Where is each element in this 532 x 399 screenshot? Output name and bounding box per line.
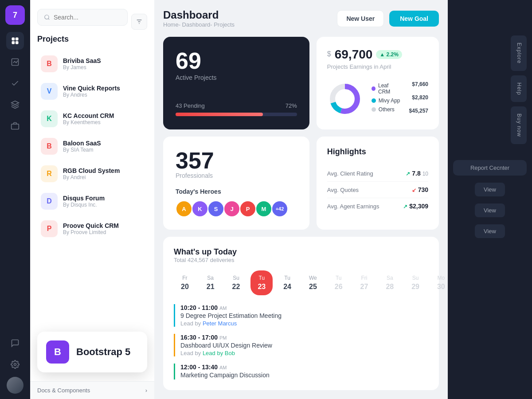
day-num: 30 <box>437 283 445 291</box>
event-lead-link[interactable]: Lead by Bob <box>203 350 235 356</box>
avatar-circle: A <box>176 200 192 217</box>
legend-items: Leaf CRMMivy AppOthers <box>372 82 400 113</box>
help-tab[interactable]: Help <box>511 75 527 102</box>
bootstrap-popup: B Bootstrap 5 <box>37 332 147 372</box>
professionals-label: Professionals <box>176 172 297 179</box>
sidebar-narrow: 7 <box>0 0 30 399</box>
calendar-subtitle: Total 424,567 deliveries <box>174 257 428 263</box>
new-user-button[interactable]: New User <box>337 10 384 27</box>
search-icon <box>44 14 50 21</box>
page-title: Dashboard <box>163 9 235 21</box>
avatar-circle: K <box>192 200 208 217</box>
project-item[interactable]: K KC Account CRM By Keenthemes <box>37 106 147 132</box>
legend-values: $7,660$2,820$45,257 <box>409 79 428 119</box>
search-input[interactable] <box>54 14 121 21</box>
calendar-day[interactable]: Mo 30 <box>430 270 448 295</box>
buynow-tab[interactable]: Buy now <box>511 106 527 144</box>
calendar-day[interactable]: Su 22 <box>225 270 247 295</box>
project-logo: B <box>41 138 58 155</box>
project-item[interactable]: D Disqus Forum By Disqus Inc. <box>37 188 147 214</box>
event-lead: Lead by Peter Marcus <box>180 320 428 327</box>
user-avatar[interactable] <box>7 377 23 394</box>
event-title: Dashboard UI/UX Design Review <box>180 342 428 349</box>
highlight-rows: Avg. Client Rating ↗ 7.8 10 Avg. Quotes … <box>327 165 428 214</box>
sidebar-icon-message[interactable] <box>6 334 24 352</box>
sidebar-icon-briefcase[interactable] <box>6 117 24 135</box>
sidebar-icon-layers[interactable] <box>6 96 24 113</box>
calendar-day[interactable]: Fri 27 <box>353 270 376 295</box>
report-center-button[interactable]: Report Cecnter <box>453 160 527 176</box>
event-list: 10:20 - 11:00 AM 9 Degree Project Estima… <box>174 304 428 379</box>
day-name: Tu <box>284 275 290 281</box>
progress-bar-fill <box>176 113 263 116</box>
active-projects-card: 69 Active Projects 43 Pending 72% <box>163 37 309 129</box>
day-num: 28 <box>386 283 394 291</box>
project-logo: D <box>41 193 58 210</box>
legend-item: Others <box>372 106 400 113</box>
calendar-day[interactable]: Fr 20 <box>174 270 196 295</box>
sidebar-icon-settings[interactable] <box>6 356 24 373</box>
day-name: Su <box>412 275 419 281</box>
view-button-1[interactable]: View <box>475 183 505 196</box>
calendar-day[interactable]: Sa 28 <box>379 270 401 295</box>
filter-button[interactable] <box>131 14 147 30</box>
new-goal-button[interactable]: New Goal <box>389 11 439 27</box>
project-author: By SIA Team <box>63 147 101 153</box>
highlight-label: Avg. Client Rating <box>327 170 373 177</box>
project-item[interactable]: R RGB Cloud System By Andrei <box>37 161 147 187</box>
sidebar-icon-chart[interactable] <box>6 53 24 71</box>
project-item[interactable]: B Baloon SaaS By SIA Team <box>37 133 147 159</box>
event-time: 16:30 - 17:00 PM <box>180 334 428 341</box>
calendar-day[interactable]: Tu 26 <box>328 270 350 295</box>
day-num: 24 <box>283 283 291 291</box>
avatar-circle: M <box>255 200 272 217</box>
calendar-day[interactable]: Sa 21 <box>200 270 222 295</box>
day-name: Su <box>233 275 239 281</box>
day-name: Tu <box>259 275 265 281</box>
more-badge: +42 <box>271 200 288 217</box>
search-bar[interactable] <box>37 9 128 26</box>
project-item[interactable]: B Briviba SaaS By James <box>37 51 147 77</box>
sidebar-icon-grid[interactable] <box>6 32 24 50</box>
calendar-day[interactable]: Su 29 <box>404 270 426 295</box>
calendar-day[interactable]: Tu 23 <box>250 270 273 295</box>
sidebar-icon-check[interactable] <box>6 74 24 92</box>
highlight-row: Avg. Quotes ↙ 730 <box>327 182 428 198</box>
earnings-subtitle: Projects Earnings in April <box>327 63 428 70</box>
day-name: Sa <box>207 275 214 281</box>
earnings-card: $ 69,700 ▲ 2.2% Projects Earnings in Apr… <box>317 37 439 129</box>
day-name: Mo <box>438 275 445 281</box>
legend-item: Mivy App <box>372 98 400 104</box>
day-num: 25 <box>309 283 317 291</box>
calendar-days: Fr 20 Sa 21 Su 22 Tu 23 Tu 24 We 25 Tu 2… <box>174 270 428 295</box>
pending-label: 43 Pending <box>176 102 205 109</box>
right-panel: Explore Help Buy now Report Cecnter View… <box>448 0 532 399</box>
bootstrap-label: Bootstrap 5 <box>76 346 130 358</box>
calendar-day[interactable]: Tu 24 <box>276 270 298 295</box>
calendar-title: What's up Today <box>174 247 428 257</box>
event-time: 12:00 - 13:40 AM <box>180 364 428 371</box>
project-item[interactable]: V Vine Quick Reports By Andres <box>37 78 147 104</box>
day-num: 26 <box>335 283 343 291</box>
explore-tab[interactable]: Explore <box>511 35 527 71</box>
event-time: 10:20 - 11:00 AM <box>180 304 428 311</box>
project-name: RGB Cloud System <box>63 167 120 174</box>
view-button-3[interactable]: View <box>475 224 505 238</box>
event-period: AM <box>219 305 227 311</box>
earnings-badge: ▲ 2.2% <box>376 50 402 59</box>
project-author: By Keenthemes <box>63 119 114 125</box>
professionals-card: 357 Professionals Today's Heroes AKSJPM+… <box>163 137 309 230</box>
highlight-row: Avg. Client Rating ↗ 7.8 10 <box>327 165 428 182</box>
view-button-2[interactable]: View <box>475 203 505 217</box>
docs-link[interactable]: Docs & Components <box>37 387 90 394</box>
project-author: By James <box>63 64 101 70</box>
day-num: 29 <box>411 283 419 291</box>
highlights-title: Highlights <box>327 147 428 156</box>
legend-item: Leaf CRM <box>372 82 400 95</box>
day-num: 20 <box>181 283 189 291</box>
page-header: Dashboard Home- Dashboard- Projects New … <box>163 9 439 28</box>
calendar-day[interactable]: We 25 <box>302 270 324 295</box>
project-item[interactable]: P Proove Quick CRM By Proove Limited <box>37 216 147 242</box>
progress-bar-wrap <box>176 113 297 116</box>
event-lead-link[interactable]: Peter Marcus <box>203 320 237 327</box>
